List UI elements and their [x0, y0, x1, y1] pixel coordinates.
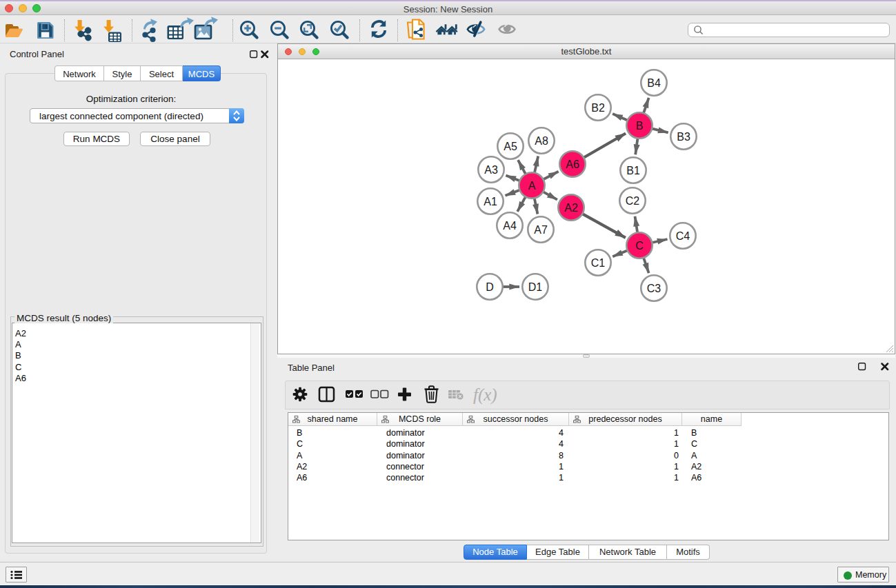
svg-text:B1: B1: [626, 165, 640, 176]
svg-text:A4: A4: [503, 220, 517, 232]
svg-text:A: A: [528, 180, 536, 192]
svg-text:C2: C2: [626, 195, 640, 207]
svg-text:A3: A3: [484, 164, 498, 176]
svg-text:B4: B4: [647, 77, 661, 89]
svg-text:D1: D1: [528, 281, 543, 293]
svg-text:A6: A6: [566, 159, 579, 170]
svg-text:D: D: [486, 281, 494, 293]
svg-text:B3: B3: [677, 131, 690, 143]
svg-text:A1: A1: [484, 196, 497, 207]
svg-text:C3: C3: [647, 283, 661, 294]
svg-text:A8: A8: [535, 135, 548, 147]
svg-text:A7: A7: [534, 224, 548, 236]
svg-text:C: C: [635, 240, 644, 252]
svg-text:B: B: [636, 120, 644, 132]
svg-text:f(x): f(x): [473, 385, 497, 405]
svg-text:B2: B2: [591, 102, 605, 114]
svg-text:A2: A2: [564, 202, 578, 214]
svg-text:C1: C1: [591, 257, 606, 269]
svg-text:A5: A5: [504, 141, 517, 152]
svg-text:C4: C4: [676, 230, 690, 242]
